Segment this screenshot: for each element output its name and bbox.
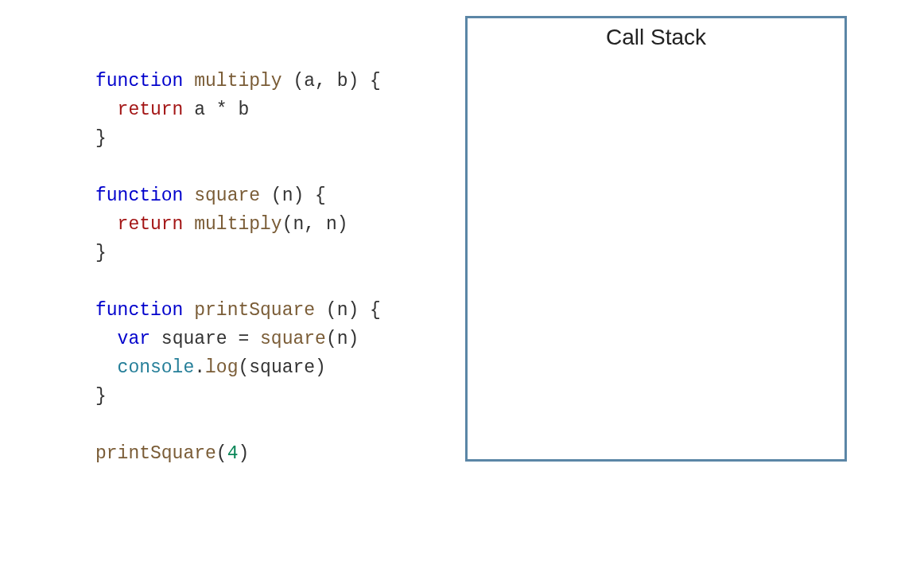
indent-guide bbox=[95, 357, 118, 378]
call-square: square bbox=[260, 329, 326, 349]
fn-printsquare: printSquare bbox=[183, 300, 315, 321]
call-log: log bbox=[205, 357, 238, 378]
keyword-function: function bbox=[95, 185, 183, 206]
code-text: (n) { bbox=[260, 185, 326, 206]
indent-guide bbox=[95, 329, 118, 349]
call-printsquare: printSquare bbox=[95, 443, 216, 464]
obj-console: console bbox=[118, 357, 195, 378]
indent-guide bbox=[95, 99, 118, 120]
code-text: (n) bbox=[326, 329, 359, 349]
code-text: ( bbox=[216, 443, 227, 464]
keyword-var: var bbox=[118, 329, 150, 349]
keyword-return: return bbox=[118, 99, 184, 120]
call-multiply: multiply bbox=[183, 214, 281, 235]
keyword-return: return bbox=[118, 214, 184, 235]
code-text: a * b bbox=[183, 99, 249, 120]
number-literal: 4 bbox=[227, 443, 239, 464]
code-text: } bbox=[95, 128, 107, 149]
keyword-function: function bbox=[95, 71, 183, 92]
code-text: (n) { bbox=[315, 300, 381, 321]
fn-square: square bbox=[183, 185, 260, 206]
keyword-function: function bbox=[95, 300, 183, 321]
code-text: } bbox=[95, 386, 107, 407]
code-text: . bbox=[194, 357, 205, 378]
indent-guide bbox=[95, 214, 118, 235]
call-stack-title: Call Stack bbox=[468, 25, 844, 50]
fn-multiply: multiply bbox=[183, 71, 281, 92]
code-text: (n, n) bbox=[282, 214, 348, 235]
code-text: (square) bbox=[238, 357, 325, 378]
code-text: (a, b) { bbox=[282, 71, 381, 92]
code-text: } bbox=[95, 243, 107, 263]
code-text: = bbox=[238, 329, 260, 349]
code-text: ) bbox=[238, 443, 249, 464]
code-text: square bbox=[150, 329, 238, 349]
code-snippet: function multiply (a, b) { return a * b … bbox=[95, 38, 381, 468]
call-stack-box: Call Stack bbox=[465, 16, 847, 462]
